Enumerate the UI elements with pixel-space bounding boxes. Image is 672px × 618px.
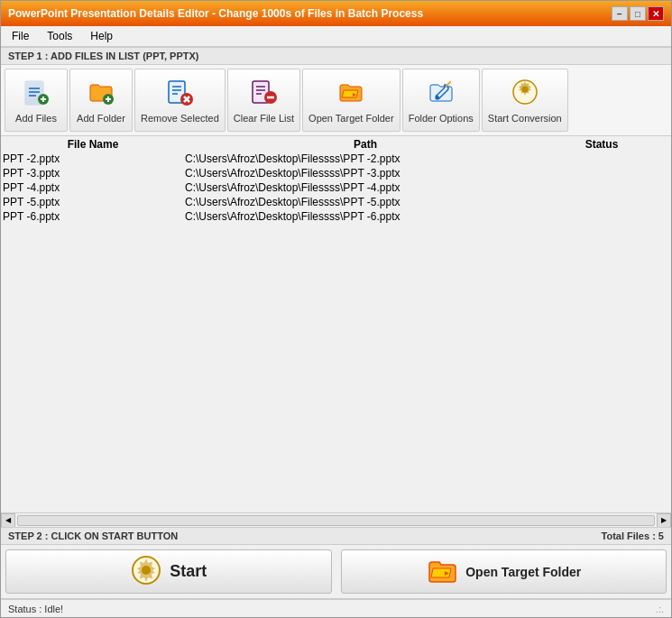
start-button-icon bbox=[130, 554, 162, 590]
add-files-icon bbox=[22, 78, 51, 111]
file-table: File Name Path Status PPT -2.pptxC:\User… bbox=[1, 136, 658, 225]
status-bar: Status : Idle! .:. bbox=[1, 599, 671, 617]
add-files-label: Add Files bbox=[15, 113, 57, 124]
maximize-button[interactable]: □ bbox=[630, 6, 646, 21]
folder-options-icon bbox=[427, 78, 456, 111]
cell-filename: PPT -2.pptx bbox=[3, 152, 183, 165]
cell-path: C:\Users\Afroz\Desktop\Filessss\PPT -5.p… bbox=[185, 196, 546, 208]
open-target-folder-bottom-button[interactable]: Open Target Folder bbox=[341, 549, 667, 594]
open-target-folder-button[interactable]: Open Target Folder bbox=[302, 69, 400, 132]
add-folder-button[interactable]: Add Folder bbox=[69, 69, 133, 132]
col-header-filename: File Name bbox=[3, 138, 183, 151]
svg-point-26 bbox=[521, 86, 528, 92]
open-target-folder-bottom-label: Open Target Folder bbox=[465, 565, 581, 579]
main-content: File Name Path Status PPT -2.pptxC:\User… bbox=[1, 136, 671, 527]
table-row[interactable]: PPT -2.pptxC:\Users\Afroz\Desktop\Filess… bbox=[3, 152, 656, 165]
cell-filename: PPT -3.pptx bbox=[3, 167, 183, 180]
window-controls: − □ ✕ bbox=[612, 6, 664, 21]
step2-header: STEP 2 : CLICK ON START BUTTON Total Fil… bbox=[1, 527, 671, 545]
remove-selected-button[interactable]: Remove Selected bbox=[134, 69, 226, 132]
step1-header: STEP 1 : ADD FILES IN LIST (PPT, PPTX) bbox=[1, 47, 671, 65]
table-row[interactable]: PPT -5.pptxC:\Users\Afroz\Desktop\Filess… bbox=[3, 196, 656, 208]
cell-status bbox=[548, 210, 656, 223]
start-conversion-icon bbox=[511, 78, 539, 111]
status-text: Status : Idle! bbox=[8, 604, 63, 614]
menu-bar: File Tools Help bbox=[1, 26, 671, 47]
start-conversion-button[interactable]: Start Conversion bbox=[482, 69, 568, 132]
cell-path: C:\Users\Afroz\Desktop\Filessss\PPT -2.p… bbox=[185, 152, 546, 165]
cell-path: C:\Users\Afroz\Desktop\Filessss\PPT -4.p… bbox=[185, 181, 546, 194]
menu-tools[interactable]: Tools bbox=[40, 28, 79, 44]
add-folder-label: Add Folder bbox=[77, 113, 125, 124]
title-bar: PowerPoint Presentation Details Editor -… bbox=[1, 1, 671, 26]
scrollbar-area: ◀ ▶ bbox=[1, 512, 671, 527]
remove-selected-icon bbox=[165, 78, 194, 111]
start-button[interactable]: Start bbox=[5, 549, 332, 594]
bottom-buttons-bar: Start Open Target Folder bbox=[1, 545, 671, 599]
clear-file-list-button[interactable]: Clear File List bbox=[227, 69, 300, 132]
start-conversion-label: Start Conversion bbox=[488, 113, 562, 124]
table-row[interactable]: PPT -6.pptxC:\Users\Afroz\Desktop\Filess… bbox=[3, 210, 656, 223]
close-button[interactable]: ✕ bbox=[648, 6, 664, 21]
cell-filename: PPT -5.pptx bbox=[3, 196, 183, 208]
scroll-right-arrow[interactable]: ▶ bbox=[657, 513, 671, 528]
horizontal-scrollbar[interactable] bbox=[17, 515, 655, 526]
cell-filename: PPT -6.pptx bbox=[3, 210, 183, 223]
folder-options-label: Folder Options bbox=[409, 113, 474, 124]
minimize-button[interactable]: − bbox=[612, 6, 628, 21]
menu-file[interactable]: File bbox=[5, 28, 36, 44]
cell-status bbox=[548, 181, 656, 194]
cell-status bbox=[548, 167, 656, 180]
cell-path: C:\Users\Afroz\Desktop\Filessss\PPT -6.p… bbox=[185, 210, 546, 223]
cell-status bbox=[548, 196, 656, 208]
start-button-label: Start bbox=[170, 562, 207, 581]
open-target-folder-bottom-icon bbox=[426, 554, 458, 590]
svg-point-24 bbox=[436, 96, 439, 99]
svg-point-28 bbox=[142, 566, 151, 575]
toolbar: Add Files Add Folder bbox=[1, 65, 671, 136]
total-files: Total Files : 5 bbox=[602, 530, 664, 541]
resize-grip[interactable]: .:. bbox=[656, 604, 664, 614]
menu-help[interactable]: Help bbox=[83, 28, 120, 44]
main-window: PowerPoint Presentation Details Editor -… bbox=[0, 0, 672, 618]
table-header-row: File Name Path Status bbox=[3, 138, 656, 151]
step2-label: STEP 2 : CLICK ON START BUTTON bbox=[8, 530, 178, 541]
cell-status bbox=[548, 152, 656, 165]
file-table-container[interactable]: File Name Path Status PPT -2.pptxC:\User… bbox=[1, 136, 671, 512]
scroll-left-arrow[interactable]: ◀ bbox=[1, 513, 15, 528]
table-row[interactable]: PPT -3.pptxC:\Users\Afroz\Desktop\Filess… bbox=[3, 167, 656, 180]
clear-file-list-icon bbox=[249, 78, 278, 111]
file-table-body: PPT -2.pptxC:\Users\Afroz\Desktop\Filess… bbox=[3, 152, 656, 223]
folder-options-button[interactable]: Folder Options bbox=[402, 69, 480, 132]
add-folder-icon bbox=[87, 78, 115, 111]
col-header-path: Path bbox=[185, 138, 546, 151]
remove-selected-label: Remove Selected bbox=[141, 113, 219, 124]
table-row[interactable]: PPT -4.pptxC:\Users\Afroz\Desktop\Filess… bbox=[3, 181, 656, 194]
clear-file-list-label: Clear File List bbox=[234, 113, 294, 124]
col-header-status: Status bbox=[548, 138, 656, 151]
window-title: PowerPoint Presentation Details Editor -… bbox=[8, 7, 423, 20]
cell-filename: PPT -4.pptx bbox=[3, 181, 183, 194]
open-target-folder-icon bbox=[336, 78, 365, 111]
add-files-button[interactable]: Add Files bbox=[5, 69, 68, 132]
open-target-folder-label: Open Target Folder bbox=[308, 113, 394, 124]
cell-path: C:\Users\Afroz\Desktop\Filessss\PPT -3.p… bbox=[185, 167, 546, 180]
